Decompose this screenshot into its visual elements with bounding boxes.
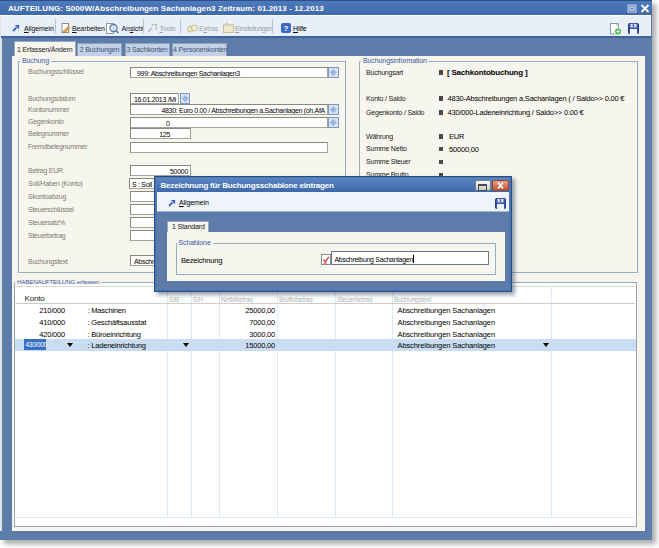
svg-text:?: ? bbox=[284, 24, 289, 33]
